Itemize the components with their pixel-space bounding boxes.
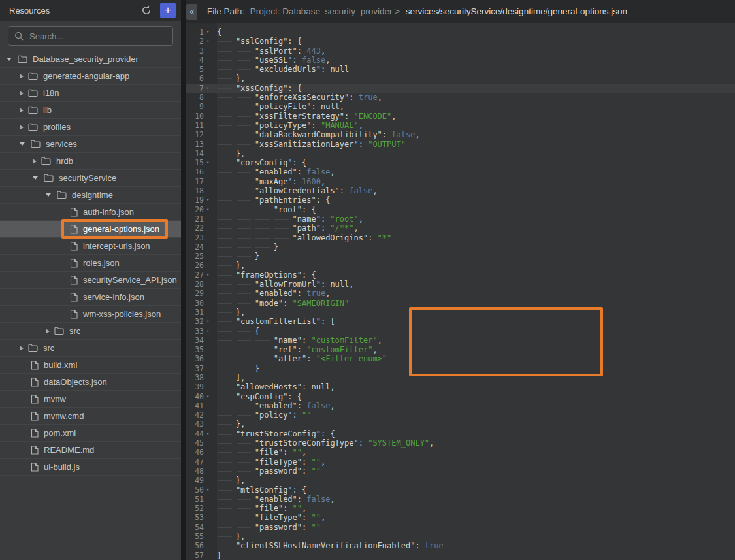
code-line[interactable]: 56"clientSSLHostNameVerificationEnabled"… [186,541,735,550]
code-line[interactable]: 31}, [186,308,735,317]
code-line[interactable]: 7▾"xssConfig": { [186,84,735,93]
code-line[interactable]: 55}, [186,532,735,541]
code-line[interactable]: 37} [186,364,735,373]
tree-item-src[interactable]: src [0,323,181,340]
chevron-down-icon[interactable] [33,176,38,180]
code-line[interactable]: 22"path": "/**", [186,223,735,233]
search-box[interactable] [8,26,173,46]
code-line[interactable]: 10"xssFilterStrategy": "ENCODE", [186,112,735,121]
code-line[interactable]: 35"ref": "customFilter", [186,345,735,354]
fold-toggle-icon[interactable]: ▾ [204,392,217,401]
tree-item-build-xml[interactable]: build.xml [0,357,181,374]
code-line[interactable]: 38], [186,373,735,382]
code-line[interactable]: 18"allowCredentials": false, [186,186,735,195]
code-line[interactable]: 36"after": "<Filter enum>" [186,354,735,363]
fold-toggle-icon[interactable]: ▾ [204,486,217,495]
tree-item-mvnw[interactable]: mvnw [0,391,181,408]
chevron-down-icon[interactable] [20,142,25,146]
code-line[interactable]: 53"fileType": "", [186,513,735,522]
add-resource-button[interactable]: + [160,3,176,18]
code-line[interactable]: 46"file": "", [186,448,735,457]
chevron-right-icon[interactable] [33,159,37,164]
fold-toggle-icon[interactable]: ▾ [204,429,217,438]
code-line[interactable]: 51"enabled": false, [186,495,735,504]
code-line[interactable]: 2▾"sslConfig": { [186,37,735,46]
code-line[interactable]: 42"policy": "" [186,410,735,420]
fold-toggle-icon[interactable]: ▾ [204,37,217,46]
code-line[interactable]: 23"allowedOrigins": "*" [186,233,735,242]
refresh-button[interactable] [139,3,154,18]
tree-item-securityservice-api-json[interactable]: securityService_API.json [0,272,181,289]
chevron-right-icon[interactable] [46,329,50,334]
collapse-sidebar-button[interactable]: « [186,4,197,20]
tree-item-database-security-provider[interactable]: Database_security_provider [0,51,181,68]
code-line[interactable]: 11"policyType": "MANUAL", [186,121,735,130]
code-line[interactable]: 30"mode": "SAMEORIGIN" [186,299,735,308]
code-line[interactable]: 6}, [186,74,735,83]
chevron-right-icon[interactable] [20,91,24,96]
tree-item-intercept-urls-json[interactable]: intercept-urls.json [0,238,181,255]
code-line[interactable]: 25} [186,252,735,261]
tree-item-services[interactable]: services [0,136,181,153]
code-line[interactable]: 44▾"trustStoreConfig": { [186,429,735,438]
chevron-down-icon[interactable] [46,193,51,197]
code-line[interactable]: 28"allowFromUrl": null, [186,280,735,289]
code-line[interactable]: 40▾"cspConfig": { [186,392,735,401]
code-line[interactable]: 3"sslPort": 443, [186,46,735,56]
code-line[interactable]: 15▾"corsConfig": { [186,158,735,167]
code-line[interactable]: 32▾"customFilterList": [ [186,317,735,326]
fold-toggle-icon[interactable]: ▾ [204,158,217,167]
tree-item-i18n[interactable]: i18n [0,85,181,102]
tree-item-pom-xml[interactable]: pom.xml [0,425,181,442]
code-line[interactable]: 54"password": "" [186,523,735,532]
code-line[interactable]: 16"enabled": false, [186,167,735,176]
code-line[interactable]: 57} [186,551,735,560]
code-line[interactable]: 26}, [186,261,735,270]
tree-item-service-info-json[interactable]: service-info.json [0,289,181,306]
tree-item-readme-md[interactable]: README.md [0,442,181,459]
chevron-right-icon[interactable] [20,74,24,79]
code-line[interactable]: 49}, [186,476,735,485]
tree-item-src[interactable]: src [0,340,181,357]
fold-toggle-icon[interactable]: ▾ [204,27,217,37]
code-line[interactable]: 33▾{ [186,327,735,336]
fold-toggle-icon[interactable]: ▾ [204,205,217,214]
tree-item-designtime[interactable]: designtime [0,187,181,204]
code-line[interactable]: 21"name": "root", [186,214,735,223]
chevron-right-icon[interactable] [20,108,24,113]
tree-item-auth-info-json[interactable]: auth-info.json [0,204,181,221]
fold-toggle-icon[interactable]: ▾ [204,327,217,336]
code-line[interactable]: 1▾{ [186,27,735,37]
code-line[interactable]: 4"useSSL": false, [186,56,735,65]
fold-toggle-icon[interactable]: ▾ [204,195,217,205]
tree-item-roles-json[interactable]: roles.json [0,255,181,272]
tree-item-profiles[interactable]: profiles [0,119,181,136]
code-line[interactable]: 50▾"mtlsConfig": { [186,486,735,495]
code-line[interactable]: 8"enforceXssSecurity": true, [186,93,735,102]
code-line[interactable]: 14}, [186,149,735,158]
fold-toggle-icon[interactable]: ▾ [204,271,217,280]
tree-item-hrdb[interactable]: hrdb [0,153,181,170]
code-line[interactable]: 41"enabled": false, [186,401,735,410]
code-line[interactable]: 19▾"pathEntries": { [186,195,735,205]
tree-item-dataobjects-json[interactable]: dataObjects.json [0,374,181,391]
chevron-right-icon[interactable] [20,346,24,351]
code-line[interactable]: 24} [186,242,735,252]
code-line[interactable]: 34"name": "customFilter", [186,336,735,345]
code-line[interactable]: 27▾"frameOptions": { [186,271,735,280]
code-line[interactable]: 13"xssSanitizationLayer": "OUTPUT" [186,140,735,149]
tree-item-general-options-json[interactable]: general-options.json [0,221,181,238]
code-line[interactable]: 45"trustStoreConfigType": "SYSTEM_ONLY", [186,438,735,448]
code-line[interactable]: 43}, [186,420,735,429]
tree-item-ui-build-js[interactable]: ui-build.js [0,459,181,476]
code-line[interactable]: 12"dataBackwardCompatibility": false, [186,130,735,139]
search-input[interactable] [29,31,167,41]
tree-item-mvnw-cmd[interactable]: mvnw.cmd [0,408,181,425]
code-line[interactable]: 39"allowedHosts": null, [186,382,735,391]
fold-toggle-icon[interactable]: ▾ [204,317,217,326]
code-line[interactable]: 20▾"root": { [186,205,735,214]
code-editor[interactable]: 1▾{2▾"sslConfig": {3"sslPort": 443,4"use… [186,23,735,560]
tree-item-wm-xss-policies-json[interactable]: wm-xss-policies.json [0,306,181,323]
code-line[interactable]: 17"maxAge": 1600, [186,177,735,186]
tree-item-securityservice[interactable]: securityService [0,170,181,187]
